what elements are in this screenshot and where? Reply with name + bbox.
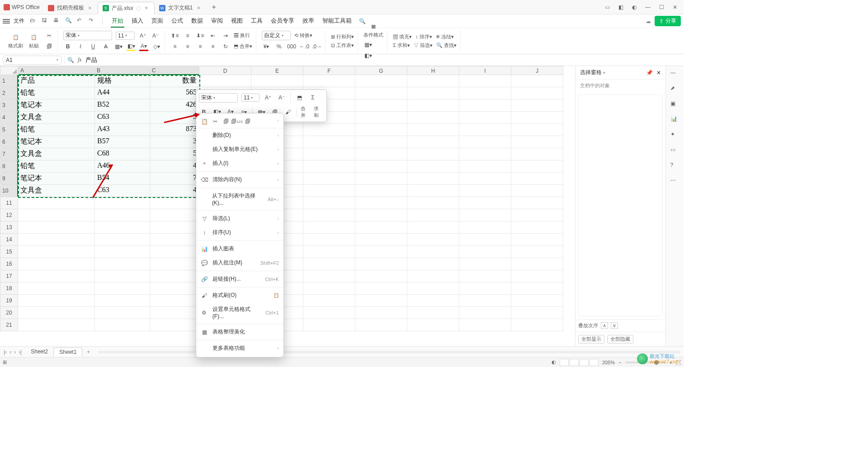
font-name-select[interactable]: 宋体▾ [63, 31, 112, 40]
cell[interactable] [407, 87, 459, 99]
table-style-icon[interactable]: ▦▾ [363, 40, 373, 49]
indent-dec-icon[interactable]: ⇤ [208, 31, 217, 40]
cell[interactable] [355, 136, 407, 148]
sheet-nav-button[interactable]: ›| [19, 349, 22, 355]
menu-页面[interactable]: 页面 [151, 15, 164, 28]
filter-button[interactable]: ▽ 筛选▾ [414, 42, 433, 49]
print-icon[interactable]: 🖶 [53, 17, 61, 25]
cell[interactable]: A43 [95, 124, 150, 136]
cell[interactable] [407, 160, 459, 173]
share-button[interactable]: ⇪ 分享 [655, 16, 681, 26]
cell[interactable] [511, 99, 563, 112]
cell[interactable] [355, 87, 407, 99]
cell[interactable] [150, 319, 199, 331]
row-header[interactable]: 20 [0, 307, 18, 319]
cell[interactable] [407, 136, 459, 148]
cell[interactable] [303, 75, 355, 87]
cell[interactable] [511, 234, 563, 246]
row-header[interactable]: 8 [0, 160, 18, 173]
menu-数据[interactable]: 数据 [190, 15, 204, 28]
cell[interactable]: C63 [95, 185, 150, 197]
cell[interactable] [150, 197, 199, 209]
cell[interactable] [511, 221, 563, 234]
cell[interactable] [407, 124, 459, 136]
save-icon[interactable]: 🖫 [42, 17, 50, 25]
cell[interactable] [303, 185, 355, 197]
cell[interactable]: 铅笔 [18, 160, 95, 173]
mini-dec-font-icon[interactable]: A⁻ [277, 93, 287, 103]
cell[interactable] [150, 295, 199, 307]
comma-icon[interactable]: 000 [287, 42, 296, 51]
preview-icon[interactable]: 🔍 [65, 17, 73, 25]
cell[interactable] [511, 307, 563, 319]
pin-icon[interactable]: 📌 [646, 70, 653, 76]
more-icon[interactable]: ⋯ [670, 177, 679, 186]
cell[interactable] [150, 270, 199, 282]
sheet-nav-button[interactable]: › [14, 349, 16, 355]
cell[interactable] [459, 209, 511, 221]
cell[interactable]: 5 [150, 148, 199, 160]
ctx-paste-values-icon[interactable]: 🗐123 [233, 118, 241, 125]
col-header[interactable]: C [150, 66, 199, 75]
fill-color-button[interactable]: ◧▾ [127, 42, 136, 51]
cell[interactable] [303, 307, 355, 319]
move-down-icon[interactable]: ∨ [611, 322, 618, 329]
cell[interactable] [407, 221, 459, 234]
cell[interactable] [459, 319, 511, 331]
cell[interactable] [95, 221, 150, 234]
cell[interactable] [18, 307, 95, 319]
cell[interactable] [511, 87, 563, 99]
cell[interactable] [95, 209, 150, 221]
cell[interactable]: C68 [95, 148, 150, 160]
convert-button[interactable]: ⟲ 转换▾ [294, 32, 312, 39]
cell[interactable]: C63 [95, 112, 150, 124]
indent-inc-icon[interactable]: ⇥ [221, 31, 230, 40]
cell[interactable] [95, 270, 150, 282]
cell[interactable]: 3 [150, 136, 199, 148]
percent-icon[interactable]: % [274, 42, 283, 51]
cell[interactable] [303, 221, 355, 234]
col-header[interactable]: H [407, 66, 459, 75]
orientation-icon[interactable]: ↻ [221, 42, 230, 51]
cell[interactable] [303, 197, 355, 209]
cell[interactable] [355, 209, 407, 221]
file-menu[interactable]: 文件 [11, 17, 27, 25]
col-header[interactable]: F [303, 66, 355, 75]
cell[interactable] [459, 246, 511, 258]
cell[interactable] [95, 282, 150, 295]
currency-icon[interactable]: ¥▾ [262, 42, 271, 51]
cell[interactable] [355, 197, 407, 209]
cell[interactable]: A44 [95, 87, 150, 99]
cell[interactable] [303, 160, 355, 173]
cell[interactable] [18, 209, 95, 221]
cube-icon[interactable]: ◧ [617, 4, 625, 10]
shapes-tool-icon[interactable]: ✦ [670, 131, 679, 140]
underline-button[interactable]: U [89, 42, 98, 51]
cell[interactable]: 873 [150, 124, 199, 136]
ctx-cut-icon[interactable]: ✂ [212, 118, 219, 125]
row-header[interactable]: 17 [0, 270, 18, 282]
cell[interactable] [303, 282, 355, 295]
row-header[interactable]: 2 [0, 87, 18, 99]
cell[interactable] [459, 185, 511, 197]
sheet-nav-button[interactable]: ‹ [9, 349, 11, 355]
menu-审阅[interactable]: 审阅 [210, 15, 224, 28]
font-color-button[interactable]: A▾ [139, 42, 148, 51]
cell[interactable] [355, 282, 407, 295]
new-sheet-button[interactable]: + [82, 349, 94, 355]
cell[interactable] [407, 185, 459, 197]
cell[interactable]: B52 [95, 99, 150, 112]
cell[interactable] [355, 173, 407, 185]
border-button[interactable]: ▦▾ [114, 42, 123, 51]
formula-content[interactable]: 产品 [85, 56, 97, 64]
cell[interactable]: 565 [150, 87, 199, 99]
page-layout-view-button[interactable] [570, 359, 579, 366]
cell[interactable] [407, 307, 459, 319]
cell[interactable]: 4 [150, 185, 199, 197]
row-header[interactable]: 14 [0, 234, 18, 246]
cell[interactable] [18, 234, 95, 246]
wrap-text-button[interactable]: ☰ 换行 [234, 32, 250, 39]
cell[interactable] [18, 221, 95, 234]
col-header[interactable]: I [459, 66, 511, 75]
fx-icon[interactable]: fx [78, 56, 82, 63]
